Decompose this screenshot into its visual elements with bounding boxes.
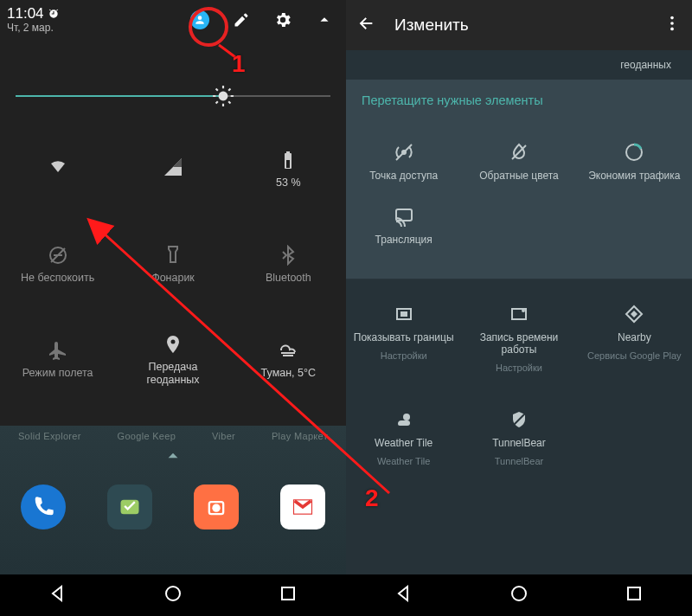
svg-line-22: [219, 45, 235, 57]
annotation-arrow: [0, 0, 692, 616]
svg-line-21: [102, 232, 389, 493]
